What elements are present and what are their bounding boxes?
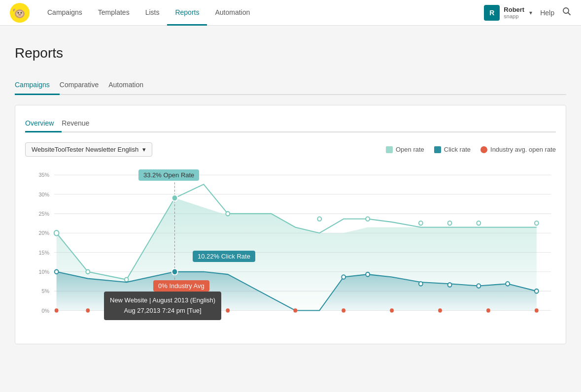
help-link[interactable]: Help bbox=[540, 9, 554, 17]
svg-text:5%: 5% bbox=[41, 288, 49, 294]
reports-card: Overview Revenue WebsiteToolTester Newsl… bbox=[15, 105, 566, 344]
page-content: Reports Campaigns Comparative Automation… bbox=[0, 26, 581, 392]
nav-bar: Campaigns Templates Lists Reports Automa… bbox=[0, 0, 581, 26]
open-rate-color bbox=[386, 146, 393, 153]
svg-point-42 bbox=[448, 283, 452, 287]
user-menu[interactable]: R Robert snapp ▾ bbox=[484, 5, 532, 21]
svg-point-41 bbox=[419, 282, 423, 286]
svg-point-32 bbox=[419, 221, 423, 226]
svg-point-55 bbox=[486, 308, 490, 313]
legend-industry-avg-label: Industry avg. open rate bbox=[490, 146, 556, 153]
legend-click-rate-label: Click rate bbox=[444, 146, 471, 153]
svg-point-56 bbox=[535, 308, 539, 313]
svg-point-34 bbox=[477, 221, 480, 226]
svg-point-45 bbox=[535, 289, 539, 294]
svg-text:20%: 20% bbox=[38, 230, 49, 236]
legend-open-rate-label: Open rate bbox=[396, 146, 424, 153]
tooltip-industry-avg: 0% Industry Avg bbox=[153, 280, 209, 292]
svg-point-2 bbox=[16, 11, 23, 17]
nav-lists[interactable]: Lists bbox=[137, 0, 168, 26]
chart-wrapper: 35% 30% 25% 20% 15% 10% 5% 0% bbox=[25, 164, 556, 334]
svg-point-4 bbox=[21, 12, 22, 13]
svg-text:25%: 25% bbox=[38, 211, 49, 217]
svg-point-50 bbox=[226, 308, 230, 313]
tab-campaigns[interactable]: Campaigns bbox=[15, 76, 60, 95]
tooltip-campaign: New Website | August 2013 (English) Aug … bbox=[104, 292, 221, 320]
chevron-down-icon: ▾ bbox=[529, 9, 532, 16]
svg-point-40 bbox=[366, 272, 370, 277]
avatar: R bbox=[484, 5, 500, 21]
logo[interactable] bbox=[10, 3, 30, 23]
svg-point-51 bbox=[293, 308, 297, 313]
search-icon[interactable] bbox=[562, 7, 571, 18]
svg-point-25 bbox=[54, 230, 59, 236]
svg-point-47 bbox=[86, 308, 90, 313]
nav-right: R Robert snapp ▾ Help bbox=[484, 5, 571, 21]
svg-point-35 bbox=[535, 221, 539, 226]
svg-text:35%: 35% bbox=[38, 172, 49, 178]
svg-point-5 bbox=[18, 14, 21, 15]
industry-avg-color bbox=[480, 146, 487, 153]
svg-point-27 bbox=[125, 278, 129, 282]
username: Robert bbox=[504, 6, 524, 13]
svg-point-31 bbox=[366, 217, 370, 221]
svg-text:15%: 15% bbox=[38, 249, 49, 255]
page-title: Reports bbox=[15, 45, 566, 61]
click-rate-color bbox=[434, 146, 441, 153]
nav-templates[interactable]: Templates bbox=[90, 0, 137, 26]
svg-point-29 bbox=[226, 212, 230, 216]
legend-industry-avg: Industry avg. open rate bbox=[480, 146, 556, 153]
tab-overview[interactable]: Overview bbox=[25, 115, 62, 132]
inner-tabs: Overview Revenue bbox=[25, 115, 556, 132]
tab-automation[interactable]: Automation bbox=[108, 76, 153, 95]
svg-point-54 bbox=[438, 308, 442, 313]
svg-text:0%: 0% bbox=[41, 307, 49, 313]
nav-reports[interactable]: Reports bbox=[167, 0, 207, 26]
user-info: Robert snapp bbox=[504, 6, 524, 19]
tooltip-open-rate: 33.2% Open Rate bbox=[138, 169, 199, 181]
top-tabs: Campaigns Comparative Automation bbox=[15, 76, 566, 95]
legend-click-rate: Click rate bbox=[434, 146, 471, 153]
svg-point-46 bbox=[55, 308, 59, 313]
svg-point-44 bbox=[506, 282, 510, 286]
svg-point-39 bbox=[342, 275, 345, 279]
svg-point-33 bbox=[448, 221, 452, 226]
svg-point-37 bbox=[55, 270, 59, 274]
svg-text:30%: 30% bbox=[38, 191, 49, 197]
campaign-dropdown[interactable]: WebsiteToolTester Newsletter English ▾ bbox=[25, 142, 152, 157]
svg-point-26 bbox=[86, 270, 90, 274]
dropdown-chevron-icon: ▾ bbox=[142, 146, 146, 153]
svg-text:10%: 10% bbox=[38, 269, 49, 275]
svg-point-59 bbox=[172, 268, 178, 275]
svg-point-58 bbox=[172, 195, 178, 201]
svg-point-30 bbox=[317, 217, 321, 221]
svg-point-52 bbox=[342, 308, 345, 313]
user-org: snapp bbox=[504, 13, 524, 19]
nav-automation[interactable]: Automation bbox=[207, 0, 258, 26]
legend-open-rate: Open rate bbox=[386, 146, 424, 153]
chart-legend: Open rate Click rate Industry avg. open … bbox=[386, 146, 556, 153]
tab-comparative[interactable]: Comparative bbox=[60, 76, 108, 95]
svg-point-3 bbox=[18, 12, 19, 13]
tab-revenue[interactable]: Revenue bbox=[62, 115, 97, 132]
svg-point-43 bbox=[477, 284, 480, 288]
tooltip-click-rate: 10.22% Click Rate bbox=[193, 251, 255, 262]
nav-campaigns[interactable]: Campaigns bbox=[39, 0, 90, 26]
nav-links: Campaigns Templates Lists Reports Automa… bbox=[39, 0, 484, 25]
dropdown-label: WebsiteToolTester Newsletter English bbox=[32, 146, 138, 153]
svg-line-7 bbox=[568, 13, 571, 15]
chart-header: WebsiteToolTester Newsletter English ▾ O… bbox=[25, 142, 556, 157]
svg-point-53 bbox=[390, 308, 394, 313]
